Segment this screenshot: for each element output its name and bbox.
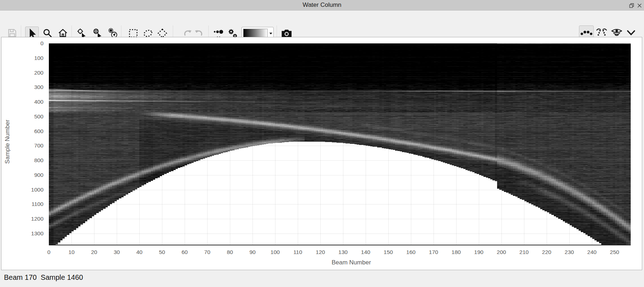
- record-compass-icon[interactable]: [108, 28, 118, 38]
- x-axis-line: [49, 245, 631, 245]
- y-tick-label: 100: [15, 55, 43, 61]
- dots-size-icon[interactable]: [213, 27, 223, 37]
- titlebar[interactable]: Water Column: [0, 0, 644, 11]
- y-tick-label: 500: [15, 113, 43, 120]
- y-tick-label: 300: [15, 84, 43, 90]
- x-tick-label: 160: [402, 249, 420, 255]
- x-tick-label: 100: [267, 249, 284, 255]
- x-tick-label: 0: [40, 249, 57, 255]
- x-tick-label: 230: [561, 249, 578, 255]
- x-tick-label: 220: [538, 249, 555, 255]
- y-tick-label: 600: [15, 128, 43, 135]
- x-tick-label: 250: [606, 249, 623, 255]
- y-tick-label: 1200: [15, 216, 43, 222]
- x-tick-label: 170: [425, 249, 442, 255]
- x-tick-label: 30: [108, 249, 125, 255]
- x-tick-label: 20: [85, 249, 103, 255]
- x-axis-title: Beam Number: [332, 259, 371, 266]
- x-tick-label: 210: [515, 249, 533, 255]
- x-tick-label: 80: [221, 249, 238, 255]
- globe-cursor-icon[interactable]: [92, 28, 102, 38]
- redo-icon[interactable]: [194, 28, 204, 38]
- x-tick-label: 120: [312, 249, 329, 255]
- x-tick-label: 140: [357, 249, 374, 255]
- undo-icon[interactable]: [182, 28, 193, 38]
- camera-icon[interactable]: [281, 28, 291, 38]
- x-tick-label: 90: [244, 249, 261, 255]
- x-tick-label: 10: [63, 249, 80, 255]
- x-tick-label: 50: [153, 249, 171, 255]
- x-tick-label: 190: [470, 249, 487, 255]
- close-icon[interactable]: [636, 3, 643, 9]
- y-tick-label: 0: [15, 40, 43, 47]
- y-tick-label: 1100: [15, 201, 43, 207]
- magnifier-icon[interactable]: [42, 28, 52, 38]
- dropdown-arrow-icon: [269, 33, 272, 34]
- dashed-ellipse-icon[interactable]: [143, 28, 153, 38]
- cursor-position-readout: Beam 170 Sample 1460: [4, 273, 83, 282]
- y-tick-label: 700: [15, 142, 43, 149]
- gears-icon[interactable]: [227, 28, 237, 38]
- target-cursor-icon[interactable]: [77, 28, 87, 38]
- save-icon[interactable]: [7, 28, 17, 38]
- y-axis-title: Sample Number: [4, 120, 11, 164]
- float-window-icon[interactable]: [629, 3, 635, 9]
- swath-fan-icon[interactable]: [596, 27, 606, 37]
- toolbar: [0, 11, 644, 37]
- water-column-heatmap[interactable]: [49, 43, 631, 245]
- x-tick-label: 150: [380, 249, 397, 255]
- y-tick-label: 900: [15, 172, 43, 178]
- x-tick-label: 60: [176, 249, 193, 255]
- x-tick-label: 110: [289, 249, 306, 255]
- water-column-window: { "window": { "title": "Water Column", "…: [0, 0, 644, 287]
- y-tick-label: 1000: [15, 187, 43, 193]
- y-tick-label: 800: [15, 157, 43, 164]
- window-title: Water Column: [302, 1, 341, 9]
- x-tick-label: 240: [583, 249, 601, 255]
- status-bar: Beam 170 Sample 1460: [0, 270, 644, 287]
- y-tick-label: 400: [15, 99, 43, 105]
- x-tick-label: 180: [448, 249, 465, 255]
- x-tick-label: 40: [131, 249, 148, 255]
- dashed-diamond-icon[interactable]: [157, 28, 167, 38]
- y-tick-label: 1300: [15, 230, 43, 237]
- home-icon[interactable]: [58, 28, 68, 38]
- x-tick-label: 200: [493, 249, 510, 255]
- x-tick-label: 70: [199, 249, 216, 255]
- wedge-eye-icon[interactable]: [611, 27, 621, 37]
- y-tick-label: 200: [15, 70, 43, 76]
- x-tick-label: 130: [334, 249, 352, 255]
- dashed-rectangle-icon[interactable]: [128, 28, 138, 38]
